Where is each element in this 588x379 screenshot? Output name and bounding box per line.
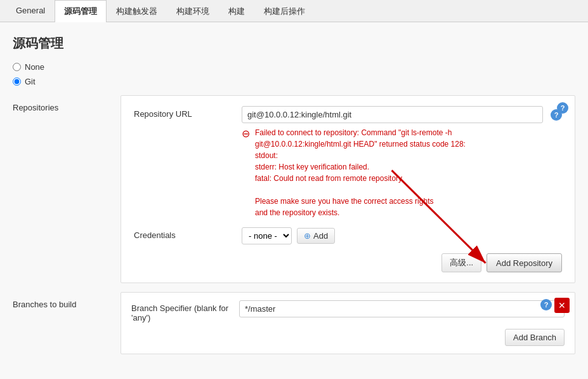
repo-button-row: 高级... Add Repository [134,253,562,272]
radio-none-input[interactable] [13,63,21,71]
branches-help-icon[interactable]: ? [540,299,552,310]
branches-card: ✕ ? Branch Specifier (blank for 'any') [121,292,575,354]
radio-git-input[interactable] [13,77,21,86]
tab-post[interactable]: 构建后操作 [254,0,315,22]
scm-radio-group: None Git [13,62,575,86]
branch-specifier-input[interactable] [239,300,565,317]
delete-branch-button[interactable]: ✕ [554,298,570,313]
branch-specifier-control [239,300,565,317]
add-cred-icon: ⊕ [304,231,311,241]
tab-general[interactable]: General [6,0,55,22]
tab-env[interactable]: 构建环境 [167,0,219,22]
tab-source[interactable]: 源码管理 [55,0,107,22]
repo-error-text: Failed to connect to repository: Command… [255,127,466,218]
delete-icon: ✕ [558,300,566,310]
add-cred-label: Add [313,231,328,241]
credentials-row: Credentials - none - ⊕ Add [134,227,562,244]
repo-url-input[interactable] [242,106,543,123]
branch-specifier-label: Branch Specifier (blank for 'any') [131,300,239,322]
page-title: 源码管理 [13,35,575,52]
repositories-help-icon[interactable]: ? [557,102,568,114]
branches-section: Branches to build ✕ ? Branch Specifier (… [13,292,575,354]
radio-none[interactable]: None [13,62,575,72]
advanced-button[interactable]: 高级... [441,253,481,272]
repositories-label: Repositories [13,95,121,283]
repo-url-row: Repository URL ? ⊖ Failed to connect to … [134,106,562,218]
repositories-card: ? Repository URL ? ⊖ [121,95,575,283]
credentials-control: - none - ⊕ Add [242,227,562,244]
page-content: 源码管理 None Git Repositories ? [0,22,588,376]
radio-none-label: None [25,62,44,72]
branch-specifier-row: Branch Specifier (blank for 'any') [131,300,565,322]
tab-triggers[interactable]: 构建触发器 [107,0,167,22]
credentials-controls: - none - ⊕ Add [242,227,562,244]
add-credential-button[interactable]: ⊕ Add [297,228,335,244]
error-circle-icon: ⊖ [242,128,250,140]
tabs-bar: General 源码管理 构建触发器 构建环境 构建 构建后操作 [0,0,588,22]
branch-button-row: Add Branch [131,329,565,346]
radio-git-label: Git [25,77,36,86]
repo-url-label: Repository URL [134,106,242,119]
branches-label: Branches to build [13,292,121,354]
tab-build[interactable]: 构建 [219,0,254,22]
add-repository-button[interactable]: Add Repository [487,253,562,272]
repo-url-control: ? ⊖ Failed to connect to repository: Com… [242,106,562,218]
repositories-section: Repositories ? Repository URL ? [13,95,575,283]
radio-git[interactable]: Git [13,77,575,86]
credentials-select[interactable]: - none - [242,227,292,244]
credentials-label: Credentials [134,227,242,240]
repo-error-block: ⊖ Failed to connect to repository: Comma… [242,127,562,218]
add-branch-button[interactable]: Add Branch [505,329,565,346]
